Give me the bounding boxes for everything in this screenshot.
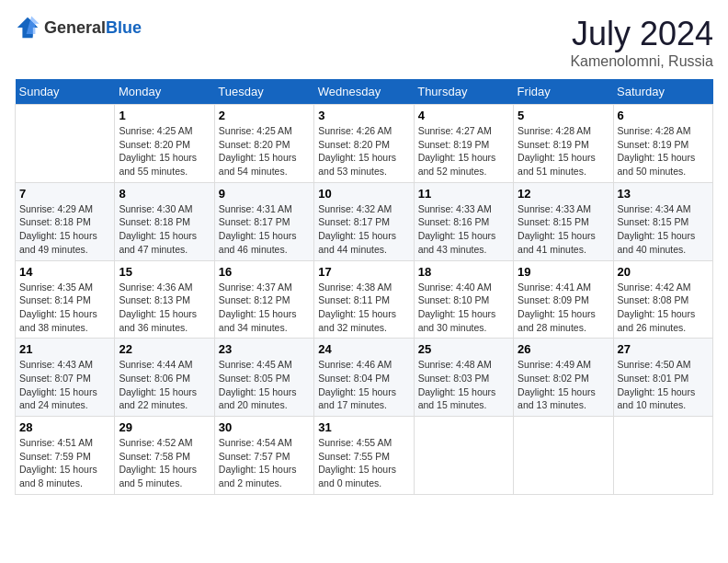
calendar-cell bbox=[16, 105, 115, 183]
day-info: Sunrise: 4:28 AM Sunset: 8:19 PM Dayligh… bbox=[518, 124, 609, 178]
calendar-cell: 24Sunrise: 4:46 AM Sunset: 8:04 PM Dayli… bbox=[314, 339, 414, 417]
logo-blue-text: Blue bbox=[106, 18, 142, 37]
calendar-cell: 10Sunrise: 4:32 AM Sunset: 8:17 PM Dayli… bbox=[314, 182, 414, 260]
calendar-cell: 3Sunrise: 4:26 AM Sunset: 8:20 PM Daylig… bbox=[314, 105, 414, 183]
calendar-cell: 13Sunrise: 4:34 AM Sunset: 8:15 PM Dayli… bbox=[613, 182, 712, 260]
day-info: Sunrise: 4:45 AM Sunset: 8:05 PM Dayligh… bbox=[219, 358, 310, 412]
calendar-cell: 21Sunrise: 4:43 AM Sunset: 8:07 PM Dayli… bbox=[16, 339, 115, 417]
day-info: Sunrise: 4:35 AM Sunset: 8:14 PM Dayligh… bbox=[19, 281, 110, 335]
calendar-cell: 9Sunrise: 4:31 AM Sunset: 8:17 PM Daylig… bbox=[214, 182, 313, 260]
day-number: 21 bbox=[19, 342, 110, 356]
calendar-cell: 8Sunrise: 4:30 AM Sunset: 8:18 PM Daylig… bbox=[115, 182, 214, 260]
day-info: Sunrise: 4:25 AM Sunset: 8:20 PM Dayligh… bbox=[119, 124, 210, 178]
calendar-cell: 26Sunrise: 4:49 AM Sunset: 8:02 PM Dayli… bbox=[514, 339, 613, 417]
calendar-cell: 4Sunrise: 4:27 AM Sunset: 8:19 PM Daylig… bbox=[414, 105, 513, 183]
calendar-cell bbox=[514, 417, 613, 495]
day-number: 31 bbox=[318, 420, 409, 434]
day-number: 10 bbox=[318, 187, 409, 201]
day-info: Sunrise: 4:55 AM Sunset: 7:55 PM Dayligh… bbox=[318, 436, 409, 490]
month-title: July 2024 bbox=[570, 15, 713, 53]
weekday-header-row: SundayMondayTuesdayWednesdayThursdayFrid… bbox=[16, 79, 713, 105]
day-info: Sunrise: 4:26 AM Sunset: 8:20 PM Dayligh… bbox=[318, 124, 409, 178]
day-info: Sunrise: 4:49 AM Sunset: 8:02 PM Dayligh… bbox=[518, 358, 609, 412]
calendar-cell: 31Sunrise: 4:55 AM Sunset: 7:55 PM Dayli… bbox=[314, 417, 414, 495]
calendar-cell: 1Sunrise: 4:25 AM Sunset: 8:20 PM Daylig… bbox=[115, 105, 214, 183]
day-info: Sunrise: 4:25 AM Sunset: 8:20 PM Dayligh… bbox=[219, 124, 310, 178]
day-number: 29 bbox=[119, 420, 210, 434]
logo: GeneralBlue bbox=[15, 15, 142, 40]
day-number: 24 bbox=[318, 342, 409, 356]
calendar-cell: 29Sunrise: 4:52 AM Sunset: 7:58 PM Dayli… bbox=[115, 417, 214, 495]
calendar-cell: 6Sunrise: 4:28 AM Sunset: 8:19 PM Daylig… bbox=[613, 105, 712, 183]
day-number: 22 bbox=[119, 342, 210, 356]
day-info: Sunrise: 4:33 AM Sunset: 8:16 PM Dayligh… bbox=[418, 202, 509, 257]
day-number: 3 bbox=[318, 109, 409, 122]
calendar-cell: 15Sunrise: 4:36 AM Sunset: 8:13 PM Dayli… bbox=[115, 260, 214, 339]
calendar-week-1: 1Sunrise: 4:25 AM Sunset: 8:20 PM Daylig… bbox=[16, 105, 713, 183]
calendar-cell: 11Sunrise: 4:33 AM Sunset: 8:16 PM Dayli… bbox=[414, 182, 513, 260]
day-info: Sunrise: 4:27 AM Sunset: 8:19 PM Dayligh… bbox=[418, 124, 509, 178]
calendar-cell: 17Sunrise: 4:38 AM Sunset: 8:11 PM Dayli… bbox=[314, 260, 414, 339]
calendar-cell: 30Sunrise: 4:54 AM Sunset: 7:57 PM Dayli… bbox=[214, 417, 313, 495]
weekday-header-wednesday: Wednesday bbox=[314, 79, 414, 105]
day-info: Sunrise: 4:46 AM Sunset: 8:04 PM Dayligh… bbox=[318, 358, 409, 412]
day-info: Sunrise: 4:28 AM Sunset: 8:19 PM Dayligh… bbox=[618, 124, 709, 178]
calendar-cell: 16Sunrise: 4:37 AM Sunset: 8:12 PM Dayli… bbox=[214, 260, 313, 339]
day-info: Sunrise: 4:52 AM Sunset: 7:58 PM Dayligh… bbox=[119, 436, 210, 490]
calendar-cell: 2Sunrise: 4:25 AM Sunset: 8:20 PM Daylig… bbox=[214, 105, 313, 183]
day-info: Sunrise: 4:54 AM Sunset: 7:57 PM Dayligh… bbox=[219, 436, 310, 490]
day-info: Sunrise: 4:48 AM Sunset: 8:03 PM Dayligh… bbox=[418, 358, 509, 412]
weekday-header-sunday: Sunday bbox=[16, 79, 115, 105]
day-info: Sunrise: 4:41 AM Sunset: 8:09 PM Dayligh… bbox=[518, 281, 609, 335]
calendar-cell: 12Sunrise: 4:33 AM Sunset: 8:15 PM Dayli… bbox=[514, 182, 613, 260]
day-number: 20 bbox=[618, 265, 709, 279]
calendar-cell: 22Sunrise: 4:44 AM Sunset: 8:06 PM Dayli… bbox=[115, 339, 214, 417]
calendar-cell: 28Sunrise: 4:51 AM Sunset: 7:59 PM Dayli… bbox=[16, 417, 115, 495]
day-number: 23 bbox=[219, 342, 310, 356]
calendar-cell: 5Sunrise: 4:28 AM Sunset: 8:19 PM Daylig… bbox=[514, 105, 613, 183]
weekday-header-thursday: Thursday bbox=[414, 79, 513, 105]
day-number: 28 bbox=[19, 420, 110, 434]
day-number: 26 bbox=[518, 342, 609, 356]
day-number: 30 bbox=[219, 420, 310, 434]
day-number: 15 bbox=[119, 265, 210, 279]
day-info: Sunrise: 4:37 AM Sunset: 8:12 PM Dayligh… bbox=[219, 281, 310, 335]
day-info: Sunrise: 4:30 AM Sunset: 8:18 PM Dayligh… bbox=[119, 202, 210, 257]
calendar-cell: 27Sunrise: 4:50 AM Sunset: 8:01 PM Dayli… bbox=[613, 339, 712, 417]
day-number: 18 bbox=[418, 265, 509, 279]
calendar-week-2: 7Sunrise: 4:29 AM Sunset: 8:18 PM Daylig… bbox=[16, 182, 713, 260]
calendar-week-5: 28Sunrise: 4:51 AM Sunset: 7:59 PM Dayli… bbox=[16, 417, 713, 495]
logo-general-text: General bbox=[44, 18, 106, 37]
calendar-cell bbox=[613, 417, 712, 495]
weekday-header-monday: Monday bbox=[115, 79, 214, 105]
day-number: 16 bbox=[219, 265, 310, 279]
day-info: Sunrise: 4:50 AM Sunset: 8:01 PM Dayligh… bbox=[618, 358, 709, 412]
day-number: 6 bbox=[618, 109, 709, 122]
calendar-cell: 18Sunrise: 4:40 AM Sunset: 8:10 PM Dayli… bbox=[414, 260, 513, 339]
day-info: Sunrise: 4:42 AM Sunset: 8:08 PM Dayligh… bbox=[618, 281, 709, 335]
day-number: 11 bbox=[418, 187, 509, 201]
calendar-cell: 23Sunrise: 4:45 AM Sunset: 8:05 PM Dayli… bbox=[214, 339, 313, 417]
calendar-cell: 20Sunrise: 4:42 AM Sunset: 8:08 PM Dayli… bbox=[613, 260, 712, 339]
day-info: Sunrise: 4:33 AM Sunset: 8:15 PM Dayligh… bbox=[518, 202, 609, 257]
day-info: Sunrise: 4:34 AM Sunset: 8:15 PM Dayligh… bbox=[618, 202, 709, 257]
day-info: Sunrise: 4:29 AM Sunset: 8:18 PM Dayligh… bbox=[19, 202, 110, 257]
day-info: Sunrise: 4:43 AM Sunset: 8:07 PM Dayligh… bbox=[19, 358, 110, 412]
weekday-header-saturday: Saturday bbox=[613, 79, 712, 105]
day-number: 7 bbox=[19, 187, 110, 201]
calendar-cell: 7Sunrise: 4:29 AM Sunset: 8:18 PM Daylig… bbox=[16, 182, 115, 260]
weekday-header-tuesday: Tuesday bbox=[214, 79, 313, 105]
day-number: 8 bbox=[119, 187, 210, 201]
day-number: 17 bbox=[318, 265, 409, 279]
calendar-week-4: 21Sunrise: 4:43 AM Sunset: 8:07 PM Dayli… bbox=[16, 339, 713, 417]
title-block: July 2024 Kamenolomni, Russia bbox=[570, 15, 713, 70]
weekday-header-friday: Friday bbox=[514, 79, 613, 105]
day-info: Sunrise: 4:36 AM Sunset: 8:13 PM Dayligh… bbox=[119, 281, 210, 335]
day-info: Sunrise: 4:44 AM Sunset: 8:06 PM Dayligh… bbox=[119, 358, 210, 412]
day-number: 2 bbox=[219, 109, 310, 122]
day-number: 1 bbox=[119, 109, 210, 122]
day-number: 27 bbox=[618, 342, 709, 356]
day-info: Sunrise: 4:32 AM Sunset: 8:17 PM Dayligh… bbox=[318, 202, 409, 257]
calendar-cell: 25Sunrise: 4:48 AM Sunset: 8:03 PM Dayli… bbox=[414, 339, 513, 417]
day-number: 4 bbox=[418, 109, 509, 122]
